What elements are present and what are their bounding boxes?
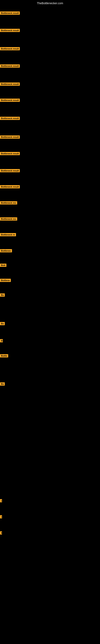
bottleneck-badge-13: Bottleneck res (0, 217, 17, 220)
bottleneck-badge-22: Bo (0, 382, 5, 386)
bottleneck-badge-8: Bottleneck result (0, 136, 20, 139)
bottleneck-badge-6: Bottleneck result (0, 98, 20, 102)
bottleneck-badge-2: Bottleneck result (0, 29, 20, 32)
bottleneck-badge-4: Bottleneck result (0, 64, 20, 68)
bottleneck-badge-10: Bottleneck result (0, 169, 20, 172)
bottleneck-badge-21: Bottle (0, 354, 8, 358)
bottleneck-badge-7: Bottleneck result (0, 117, 20, 120)
bottleneck-badge-23: | (0, 499, 2, 502)
bottleneck-badge-17: Bottlene (0, 279, 11, 282)
bottleneck-badge-1: Bottleneck result (0, 12, 20, 15)
bottleneck-badge-9: Bottleneck result (0, 152, 20, 155)
bottleneck-badge-24: | (0, 515, 2, 518)
bottleneck-badge-15: Bottlenec (0, 249, 12, 252)
bottleneck-badge-5: Bottleneck result (0, 82, 20, 86)
site-title: TheBottlenecker.com (0, 0, 100, 6)
bottleneck-badge-14: Bottleneck re (0, 233, 16, 236)
bottleneck-badge-20: B (0, 339, 3, 342)
bottleneck-badge-16: Bott (0, 264, 6, 267)
bottleneck-badge-19: Bo (0, 322, 5, 325)
bottleneck-badge-12: Bottleneck res (0, 201, 17, 204)
bottleneck-badge-18: Bo (0, 294, 5, 297)
bottleneck-badge-3: Bottleneck result (0, 47, 20, 50)
bottleneck-badge-11: Bottleneck result (0, 185, 20, 188)
bottleneck-badge-25: E (0, 531, 2, 534)
